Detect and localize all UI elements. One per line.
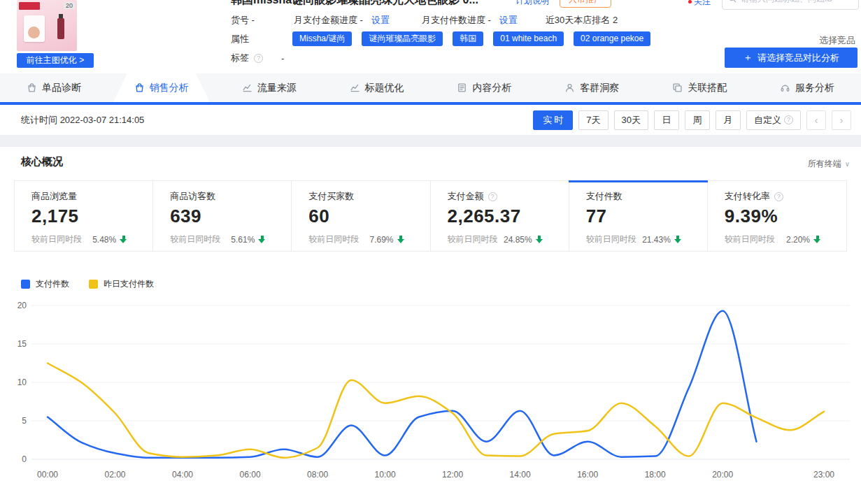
tab-traffic-source[interactable]: 流量来源 xyxy=(215,73,323,102)
x-axis-tick: 08:00 xyxy=(307,470,328,480)
range-label: 7天 xyxy=(586,114,600,127)
metric-value: 77 xyxy=(586,206,696,227)
compare-competitor-button[interactable]: ＋ 请选择竞品对比分析 xyxy=(725,48,858,68)
product-header: 20 前往主图优化 > 韩国missha谜尚眼影璀璨晶亮珠光大地色眼影 0...… xyxy=(0,0,861,73)
metric-delta: 2.20% xyxy=(786,235,810,245)
metric-card-conversion[interactable]: 支付转化率?9.39%较前日同时段2.20% xyxy=(708,181,846,251)
tab-related-match[interactable]: 关联搭配 xyxy=(646,73,753,102)
metric-card-pay-quantity[interactable]: 支付件数77较前日同时段21.43% xyxy=(569,181,708,251)
terminal-label: 所有终端 xyxy=(808,158,841,170)
series-line-pay-quantity xyxy=(48,311,757,458)
attr-badge[interactable]: 谜尚璀璨晶亮眼影 xyxy=(362,31,443,46)
range-day-button[interactable]: 日 xyxy=(654,110,679,130)
metric-label: 支付件数 xyxy=(586,190,622,203)
legend-label: 支付件数 xyxy=(36,278,69,290)
plan-description-link[interactable]: 计划说明 xyxy=(515,0,549,7)
range-realtime-button[interactable]: 实时 xyxy=(533,110,573,130)
tab-audience-insight[interactable]: 客群洞察 xyxy=(538,73,646,102)
arrow-down-icon xyxy=(397,236,405,244)
product-title: 韩国missha谜尚眼影璀璨晶亮珠光大地色眼影 0... xyxy=(231,0,478,8)
chart-icon xyxy=(350,82,360,93)
select-competitor-label[interactable]: 选择竞品 xyxy=(819,34,855,47)
tab-label: 客群洞察 xyxy=(580,82,619,94)
y-axis-tick: 0 xyxy=(22,454,27,464)
range-week-button[interactable]: 周 xyxy=(685,110,710,130)
settings-link[interactable]: 设置 xyxy=(499,14,518,27)
attr-badge[interactable]: 韩国 xyxy=(453,31,483,46)
date-toolbar: 统计时间 2022-03-07 21:14:05 实时7天30天日周月自定义?‹… xyxy=(0,105,861,135)
legend-item[interactable]: 支付件数 xyxy=(21,278,69,290)
metric-value: 2,265.37 xyxy=(448,206,557,227)
legend-item[interactable]: 昨日支付件数 xyxy=(89,278,154,290)
metric-value: 639 xyxy=(170,206,280,227)
tab-label: 服务分析 xyxy=(795,82,834,94)
help-icon[interactable]: ? xyxy=(488,192,497,201)
range-30d-button[interactable]: 30天 xyxy=(614,110,648,130)
help-search-box[interactable] xyxy=(722,0,859,10)
thumbnail-puff xyxy=(28,27,40,38)
tab-label: 内容分析 xyxy=(472,82,511,94)
metric-card-views[interactable]: 商品浏览量2,175较前日同时段5.48% xyxy=(15,181,153,251)
metric-delta: 7.69% xyxy=(369,235,393,245)
tab-item-diagnosis[interactable]: 单品诊断 xyxy=(0,73,108,102)
tab-service-analysis[interactable]: 服务分析 xyxy=(753,73,861,102)
arrow-down-icon xyxy=(813,236,821,244)
stat-time: 统计时间 2022-03-07 21:14:05 xyxy=(21,114,144,127)
range-custom-button[interactable]: 自定义? xyxy=(746,110,801,130)
follow-link[interactable]: 关注 xyxy=(688,0,711,8)
settings-link[interactable]: 设置 xyxy=(371,14,390,27)
bag-icon xyxy=(134,82,145,93)
search-input[interactable] xyxy=(741,0,853,3)
x-axis-tick: 12:00 xyxy=(442,470,463,480)
product-thumbnail[interactable]: 20 xyxy=(17,0,77,51)
x-axis-tick: 20:00 xyxy=(712,470,733,480)
help-icon[interactable]: ? xyxy=(774,192,783,201)
x-axis-tick: 00:00 xyxy=(37,470,58,480)
range-label: 30天 xyxy=(622,114,641,127)
metric-label: 商品浏览量 xyxy=(31,190,77,203)
metric-value: 9.39% xyxy=(725,206,835,227)
compare-label: 较前日同时段 xyxy=(31,233,82,245)
thumbnail-badge: 20 xyxy=(64,2,75,9)
tag-label: 标签 xyxy=(231,52,249,64)
headset-icon xyxy=(780,82,790,93)
arrow-down-icon xyxy=(258,236,266,244)
promote-button[interactable]: 入市推广 xyxy=(560,0,611,8)
tab-content-analysis[interactable]: 内容分析 xyxy=(431,73,539,102)
tab-title-optimize[interactable]: 标题优化 xyxy=(323,73,431,102)
x-axis-tick: 16:00 xyxy=(577,470,598,480)
bag-icon xyxy=(27,82,37,93)
metric-card-pay-amount[interactable]: 支付金额?2,265.37较前日同时段24.85% xyxy=(431,181,569,251)
product-tag-row: 标签 ? - xyxy=(231,52,284,64)
arrow-down-icon xyxy=(674,236,682,244)
x-axis-tick: 02:00 xyxy=(105,470,126,480)
range-7d-button[interactable]: 7天 xyxy=(578,110,608,130)
pager-next-button[interactable]: › xyxy=(832,110,851,130)
terminal-filter-dropdown[interactable]: 所有终端 ∨ xyxy=(808,158,850,170)
info-text: 月支付金额进度 - xyxy=(294,14,363,27)
tab-sales-analysis[interactable]: 销售分析 xyxy=(108,73,215,102)
date-range-buttons: 实时7天30天日周月自定义?‹› xyxy=(533,110,851,130)
metric-cards: 商品浏览量2,175较前日同时段5.48%商品访客数639较前日同时段5.61%… xyxy=(14,180,847,252)
x-axis-tick: 04:00 xyxy=(172,470,193,480)
chart-icon xyxy=(242,82,252,93)
attr-badge[interactable]: 01 white beach xyxy=(493,31,564,46)
metric-delta: 5.61% xyxy=(231,235,255,245)
core-overview-panel: 核心概况 所有终端 ∨ 商品浏览量2,175较前日同时段5.48%商品访客数63… xyxy=(0,147,861,504)
main-pic-optimize-button[interactable]: 前往主图优化 > xyxy=(17,53,94,68)
range-month-button[interactable]: 月 xyxy=(716,110,741,130)
metric-card-buyers[interactable]: 支付买家数60较前日同时段7.69% xyxy=(292,181,430,251)
metric-label: 商品访客数 xyxy=(170,190,215,203)
stat-time-value: 2022-03-07 21:14:05 xyxy=(60,115,145,125)
attr-badge[interactable]: 02 orange pekoe xyxy=(574,31,650,46)
help-icon[interactable]: ? xyxy=(254,54,263,63)
tab-label: 单品诊断 xyxy=(42,82,81,94)
attr-badge[interactable]: Missha/谜尚 xyxy=(292,31,352,46)
trend-chart[interactable]: 0510152000:0002:0004:0006:0008:0010:0012… xyxy=(0,290,861,504)
section-title: 核心概况 xyxy=(21,155,63,168)
metric-value: 2,175 xyxy=(31,206,141,227)
legend-label: 昨日支付件数 xyxy=(104,278,154,290)
pager-prev-button[interactable]: ‹ xyxy=(806,110,826,130)
metric-card-visitors[interactable]: 商品访客数639较前日同时段5.61% xyxy=(153,181,292,251)
arrow-down-icon xyxy=(536,236,543,244)
